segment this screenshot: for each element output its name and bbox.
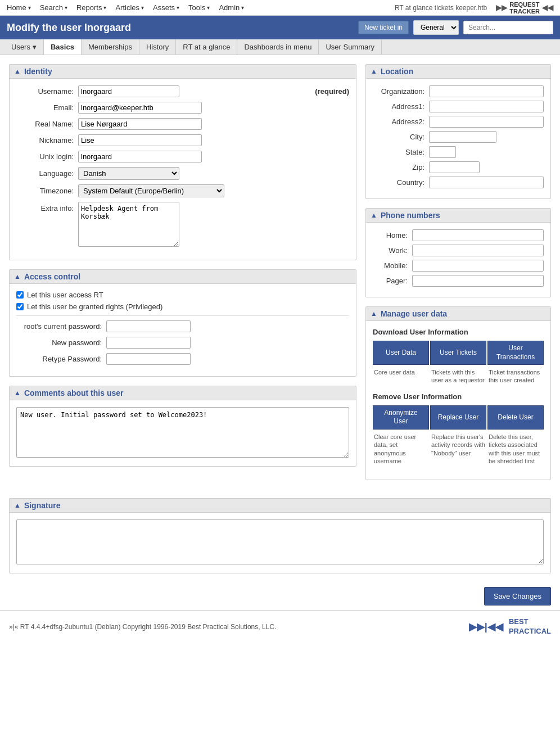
unixlogin-input-wrap xyxy=(78,151,349,162)
secondary-navigation: Users ▾ Basics Memberships History RT at… xyxy=(0,39,560,55)
delete-desc: Delete this user, tickets associated wit… xyxy=(487,432,544,466)
retypepw-input-wrap xyxy=(106,353,349,365)
nav-tools[interactable]: Tools ▾ xyxy=(184,0,214,16)
org-input-wrap xyxy=(429,85,544,97)
search-input[interactable] xyxy=(463,21,553,34)
checkbox-access-rt[interactable] xyxy=(16,291,24,299)
checkbox-privileged[interactable] xyxy=(16,303,24,310)
nav-assets[interactable]: Assets ▾ xyxy=(148,0,184,16)
language-label: Language: xyxy=(16,169,78,178)
save-changes-button[interactable]: Save Changes xyxy=(484,587,551,606)
nav-search[interactable]: Search ▾ xyxy=(35,0,72,16)
sec-nav-users[interactable]: Users ▾ xyxy=(4,39,44,55)
unixlogin-input[interactable] xyxy=(78,151,202,162)
remove-title: Remove User Information xyxy=(373,392,544,401)
nav-admin-arrow: ▾ xyxy=(241,4,244,11)
state-input[interactable] xyxy=(429,146,456,158)
sec-nav-memberships[interactable]: Memberships xyxy=(82,39,139,55)
work-phone-label: Work: xyxy=(373,246,412,255)
sec-nav-basics[interactable]: Basics xyxy=(44,39,82,55)
nav-articles[interactable]: Articles ▾ xyxy=(111,0,148,16)
anonymize-user-button[interactable]: Anonymize User xyxy=(373,405,429,430)
location-toggle[interactable]: ▲ xyxy=(371,67,377,75)
sec-nav-dashboards[interactable]: Dashboards in menu xyxy=(237,39,319,55)
org-input[interactable] xyxy=(429,85,544,97)
nav-rt-link[interactable]: RT at glance tickets keeper.htb xyxy=(390,0,491,16)
mobile-phone-input-wrap xyxy=(412,260,544,272)
newpw-input-wrap xyxy=(106,337,349,349)
nav-admin[interactable]: Admin ▾ xyxy=(214,0,249,16)
work-phone-input[interactable] xyxy=(412,245,544,256)
addr1-input[interactable] xyxy=(429,101,544,112)
nav-home[interactable]: Home ▾ xyxy=(2,0,35,16)
email-row: Email: xyxy=(16,102,349,114)
manage-title: Manage user data xyxy=(381,309,447,318)
sec-nav-rt-glance[interactable]: RT at a glance xyxy=(176,39,237,55)
right-panel: ▲ Location Organization: Address1: xyxy=(365,64,551,489)
nav-home-label: Home xyxy=(7,3,26,12)
home-phone-input[interactable] xyxy=(412,229,544,241)
access-control-title: Access control xyxy=(24,272,80,281)
phone-toggle[interactable]: ▲ xyxy=(371,211,377,219)
comments-textarea[interactable]: New user. Initial password set to Welcom… xyxy=(16,407,349,458)
mobile-phone-input[interactable] xyxy=(412,260,544,272)
addr2-input[interactable] xyxy=(429,116,544,128)
zip-input[interactable] xyxy=(429,161,480,173)
rootpw-input[interactable] xyxy=(106,320,191,332)
sec-nav-history[interactable]: History xyxy=(139,39,176,55)
nav-reports-label: Reports xyxy=(76,3,102,12)
username-input[interactable] xyxy=(78,85,179,97)
location-body: Organization: Address1: Address2: xyxy=(366,79,550,198)
user-tickets-button[interactable]: User Tickets xyxy=(430,341,486,365)
identity-section-header: ▲ Identity xyxy=(10,65,356,79)
user-data-button[interactable]: User Data xyxy=(373,341,429,365)
replace-user-button[interactable]: Replace User xyxy=(430,405,486,430)
new-ticket-button[interactable]: New ticket in xyxy=(358,21,409,34)
nav-reports[interactable]: Reports ▾ xyxy=(72,0,111,16)
phone-body: Home: Work: Mobile: xyxy=(366,223,550,297)
nickname-input[interactable] xyxy=(78,134,202,146)
signature-textarea[interactable] xyxy=(16,519,544,564)
access-control-toggle[interactable]: ▲ xyxy=(14,273,21,281)
addr1-input-wrap xyxy=(429,101,544,112)
retypepw-row: Retype Password: xyxy=(16,353,349,365)
comments-body: New user. Initial password set to Welcom… xyxy=(10,400,356,466)
pager-phone-input[interactable] xyxy=(412,275,544,287)
language-select[interactable]: Danish English German French xyxy=(78,167,179,180)
nav-tools-label: Tools xyxy=(188,3,205,12)
retypepw-input[interactable] xyxy=(106,353,191,365)
manage-toggle[interactable]: ▲ xyxy=(371,310,377,318)
footer-text: »|« RT 4.4.4+dfsg-2ubuntu1 (Debian) Copy… xyxy=(9,623,276,631)
identity-toggle[interactable]: ▲ xyxy=(14,67,21,75)
location-title: Location xyxy=(381,67,413,76)
email-input[interactable] xyxy=(78,102,202,114)
newpw-row: New password: xyxy=(16,337,349,349)
access-divider xyxy=(16,315,349,316)
extrainfo-textarea[interactable]: Helpdesk Agent from Korsbæk xyxy=(78,202,179,247)
checkbox-access-label: Let this user access RT xyxy=(27,291,103,299)
addr1-label: Address1: xyxy=(373,102,429,111)
delete-user-button[interactable]: Delete User xyxy=(487,405,544,430)
nav-assets-arrow: ▾ xyxy=(177,4,179,11)
newpw-input[interactable] xyxy=(106,337,191,349)
nickname-label: Nickname: xyxy=(16,136,78,144)
sec-nav-user-summary[interactable]: User Summary xyxy=(319,39,382,55)
nav-assets-label: Assets xyxy=(153,3,175,12)
work-phone-input-wrap xyxy=(412,245,544,256)
access-control-section: ▲ Access control Let this user access RT… xyxy=(9,269,356,377)
city-input[interactable] xyxy=(429,131,496,143)
zip-input-wrap xyxy=(429,161,544,173)
footer-logo-arrows: ▶▶|◀◀ xyxy=(469,621,503,633)
addr2-label: Address2: xyxy=(373,118,429,126)
realname-input[interactable] xyxy=(78,118,202,130)
comments-toggle[interactable]: ▲ xyxy=(14,389,21,397)
user-transactions-button[interactable]: User Transactions xyxy=(487,341,544,365)
signature-toggle[interactable]: ▲ xyxy=(14,501,21,509)
sec-nav-memberships-label: Memberships xyxy=(88,43,132,51)
org-row: Organization: xyxy=(373,85,544,97)
timezone-select[interactable]: System Default (Europe/Berlin) xyxy=(78,184,224,197)
download-btn-group: User Data User Tickets User Transactions xyxy=(373,341,544,365)
country-row: Country: xyxy=(373,177,544,188)
country-input[interactable] xyxy=(429,177,544,188)
queue-select[interactable]: General xyxy=(413,20,459,35)
